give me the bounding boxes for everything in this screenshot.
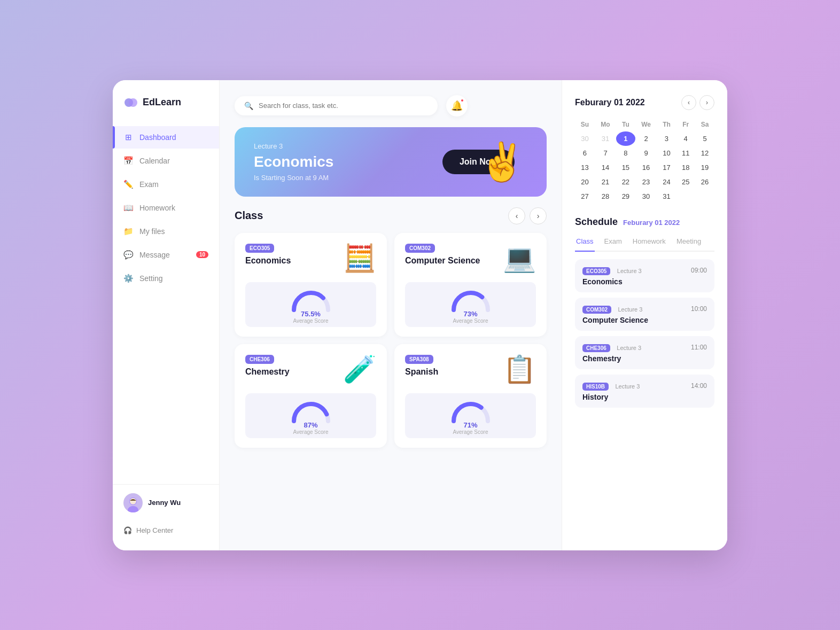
calendar-prev-button[interactable]: ‹	[681, 95, 696, 110]
cal-day[interactable]: 28	[595, 189, 616, 204]
schedule-item-history[interactable]: HIS10B Lecture 3 14:00 History	[575, 375, 714, 408]
card-name: Spanish	[405, 367, 438, 377]
card-name: Economics	[245, 256, 291, 266]
sidebar-item-label: Dashboard	[139, 133, 176, 142]
tab-class[interactable]: Class	[575, 234, 595, 252]
cal-day[interactable]: 20	[575, 175, 595, 189]
notification-button[interactable]: 🔔	[446, 95, 468, 116]
banner-subtitle: Lecture 3	[254, 142, 430, 150]
schedule-item-economics[interactable]: ECO305 Lecture 3 09:00 Economics	[575, 259, 714, 292]
cal-day[interactable]: 16	[635, 160, 657, 175]
next-arrow-button[interactable]: ›	[530, 207, 547, 224]
gauge-label: Average Score	[453, 429, 488, 435]
prev-arrow-button[interactable]: ‹	[508, 207, 525, 224]
message-icon: 💬	[123, 250, 133, 260]
cal-day[interactable]: 18	[676, 160, 695, 175]
sidebar-item-label: Homework	[139, 204, 175, 212]
schedule-item-cs[interactable]: COM302 Lecture 3 10:00 Computer Science	[575, 298, 714, 331]
tab-homework[interactable]: Homework	[632, 234, 667, 252]
cal-day[interactable]: 5	[695, 131, 714, 146]
header: 🔍 🔔	[235, 95, 547, 116]
tab-meeting[interactable]: Meeting	[675, 234, 702, 252]
cal-day[interactable]: 12	[695, 146, 714, 160]
cal-day-today[interactable]: 1	[616, 131, 635, 146]
cal-day[interactable]: 4	[676, 131, 695, 146]
cal-day[interactable]: 7	[595, 146, 616, 160]
sched-name: History	[582, 393, 707, 401]
cal-day[interactable]: 27	[575, 189, 595, 204]
cal-day[interactable]: 29	[616, 189, 635, 204]
gauge-percent: 87%	[304, 421, 317, 429]
message-badge: 10	[196, 251, 208, 258]
cal-day[interactable]: 31	[657, 189, 676, 204]
search-input[interactable]	[259, 102, 428, 110]
score-gauge-cs: 73% Average Score	[405, 282, 536, 327]
sidebar-item-homework[interactable]: 📖 Homework	[113, 197, 219, 219]
gauge-svg	[449, 289, 492, 312]
sidebar-item-label: Message	[139, 251, 170, 259]
cal-day[interactable]: 13	[575, 160, 595, 175]
card-code: SPA308	[405, 355, 433, 364]
logo-icon	[123, 95, 138, 110]
sidebar: EdLearn ⊞ Dashboard 📅 Calendar ✏️ Exam 📖…	[113, 80, 220, 550]
cal-day[interactable]: 19	[695, 160, 714, 175]
calendar-next-button[interactable]: ›	[699, 95, 714, 110]
cal-day[interactable]: 9	[635, 146, 657, 160]
score-gauge-spanish: 71% Average Score	[405, 393, 536, 438]
exam-icon: ✏️	[123, 180, 133, 189]
cal-day[interactable]: 17	[657, 160, 676, 175]
cal-day[interactable]: 22	[616, 175, 635, 189]
user-profile[interactable]: Jenny Wu	[113, 484, 219, 521]
sidebar-item-files[interactable]: 📁 My files	[113, 220, 219, 243]
cal-day[interactable]: 23	[635, 175, 657, 189]
cal-day[interactable]: 10	[657, 146, 676, 160]
cal-day[interactable]: 14	[595, 160, 616, 175]
gauge-label: Average Score	[293, 429, 329, 435]
sched-code: HIS10B	[582, 383, 609, 391]
class-card-economics[interactable]: ECO305 Economics 🧮 75.5% Average Score	[235, 233, 387, 337]
sidebar-item-message[interactable]: 💬 Message 10	[113, 244, 219, 266]
help-center-link[interactable]: 🎧 Help Center	[113, 521, 219, 540]
cal-day[interactable]: 6	[575, 146, 595, 160]
cal-day[interactable]: 8	[616, 146, 635, 160]
sidebar-item-calendar[interactable]: 📅 Calendar	[113, 150, 219, 172]
sidebar-item-label: My files	[139, 227, 165, 236]
search-icon: 🔍	[244, 102, 253, 110]
sidebar-item-dashboard[interactable]: ⊞ Dashboard	[113, 126, 219, 149]
cal-day[interactable]: 31	[595, 131, 616, 146]
cal-day[interactable]: 11	[676, 146, 695, 160]
sched-time: 14:00	[691, 382, 707, 390]
cal-day[interactable]: 21	[595, 175, 616, 189]
cal-day-empty	[676, 189, 695, 204]
cal-day[interactable]: 25	[676, 175, 695, 189]
card-code: COM302	[405, 244, 435, 253]
cal-day[interactable]: 3	[657, 131, 676, 146]
cal-day[interactable]: 2	[635, 131, 657, 146]
sched-time: 10:00	[691, 305, 707, 313]
sched-code: COM302	[582, 306, 611, 314]
sidebar-item-exam[interactable]: ✏️ Exam	[113, 173, 219, 196]
logo-text: EdLearn	[143, 97, 181, 108]
tab-exam[interactable]: Exam	[603, 234, 623, 252]
calendar-title: Feburary 01 2022	[575, 98, 645, 107]
cal-day[interactable]: 24	[657, 175, 676, 189]
sched-item-top: HIS10B Lecture 3 14:00	[582, 381, 707, 391]
search-box: 🔍	[235, 96, 438, 115]
gauge-percent: 73%	[463, 310, 477, 318]
schedule-item-chemistry[interactable]: CHE306 Lecture 3 11:00 Chemestry	[575, 336, 714, 369]
sidebar-item-setting[interactable]: ⚙️ Setting	[113, 267, 219, 290]
calendar-navigation: ‹ ›	[681, 95, 714, 110]
schedule-header: Schedule Feburary 01 2022	[575, 216, 714, 228]
cal-day[interactable]: 15	[616, 160, 635, 175]
cal-day[interactable]: 30	[575, 131, 595, 146]
day-sa: Sa	[695, 118, 714, 131]
avatar	[123, 493, 143, 512]
card-top: CHE306 Chemestry 🧪	[245, 354, 376, 385]
cal-day[interactable]: 26	[695, 175, 714, 189]
gauge-label: Average Score	[453, 318, 488, 324]
class-card-spanish[interactable]: SPA308 Spanish 📋 71% Average Score	[394, 344, 547, 448]
class-card-chemistry[interactable]: CHE306 Chemestry 🧪 87% Average Score	[235, 344, 387, 448]
cal-day[interactable]: 30	[635, 189, 657, 204]
card-top: SPA308 Spanish 📋	[405, 354, 536, 385]
class-card-computer-science[interactable]: COM302 Computer Science 💻 73% Average Sc…	[394, 233, 547, 337]
